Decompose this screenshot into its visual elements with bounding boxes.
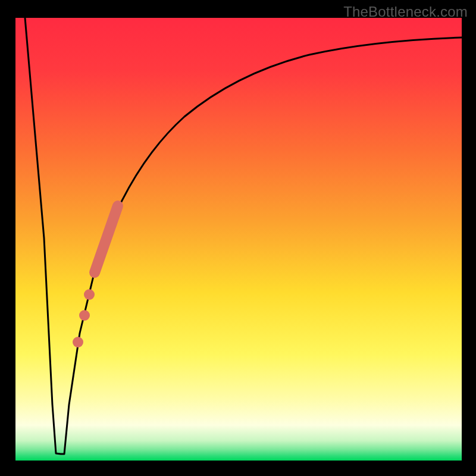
marker-dot-3 [73,337,83,347]
marker-dot-2 [79,310,90,321]
bottleneck-chart [0,0,476,476]
marker-dot-1 [84,289,95,300]
plot-area [15,18,462,461]
attribution-label: TheBottleneck.com [343,4,468,20]
chart-frame: TheBottleneck.com [0,0,476,476]
